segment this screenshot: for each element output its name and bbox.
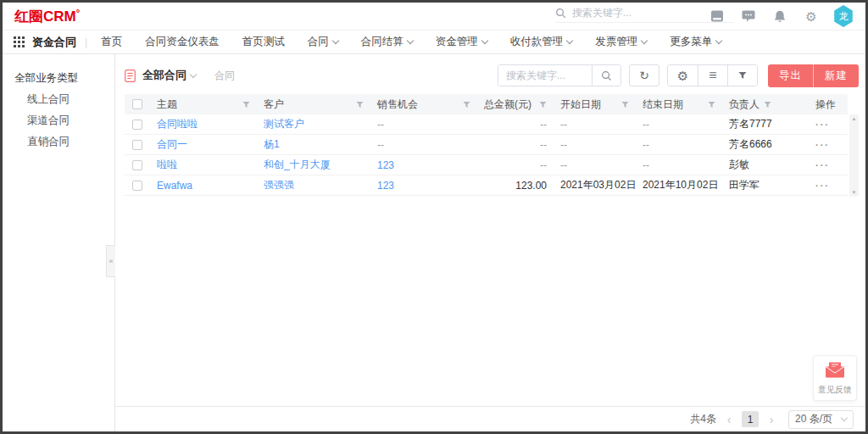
view-selector[interactable]: 全部合同 [142, 68, 196, 83]
workspace-title[interactable]: 资金合同 [32, 35, 76, 50]
end-date-cell: -- [636, 159, 722, 171]
scroll-down-icon[interactable]: ▼ [852, 190, 857, 195]
search-submit-button[interactable] [592, 65, 620, 86]
view-tag: 合同 [214, 69, 235, 83]
start-date-cell: 2021年03月02日 [554, 178, 636, 192]
sidebar-item-all-types[interactable]: 全部业务类型 [3, 68, 114, 89]
nav-item-home-test[interactable]: 首页测试 [242, 35, 285, 49]
opportunity-link[interactable]: 123 [377, 159, 394, 171]
filter-icon[interactable] [356, 101, 364, 108]
select-all-checkbox[interactable] [132, 99, 142, 109]
nav-item-invoices[interactable]: 发票管理 [595, 35, 647, 49]
apps-grid-icon[interactable] [14, 36, 25, 47]
table-header-row: 主题 客户 销售机会 总金额(元) 开始日期 结束日期 负责人 操作 [125, 94, 848, 114]
opportunity-cell: -- [370, 139, 477, 151]
content-area: 全部业务类型 线上合同 渠道合同 直销合同 « 全部合同 合同 ↻ [3, 54, 865, 431]
messages-icon[interactable] [739, 7, 758, 25]
global-search-input[interactable] [572, 7, 708, 19]
sidebar-item-channel-contract[interactable]: 渠道合同 [3, 110, 114, 131]
view-options-group: ⚙ ≡ [667, 64, 758, 86]
row-more-actions-button[interactable]: ··· [815, 181, 830, 191]
settings-gear-icon[interactable]: ⚙ [802, 7, 821, 25]
start-date-cell: -- [554, 119, 636, 131]
table-row[interactable]: Ewafwa 强强强 123 123.00 2021年03月02日 2021年1… [125, 175, 848, 196]
page-size-select[interactable]: 20 条/页 [788, 410, 854, 429]
scroll-up-icon[interactable]: ▲ [852, 116, 857, 121]
app-logo: 红圈CRM° [14, 7, 80, 26]
refresh-button[interactable]: ↻ [629, 64, 659, 86]
col-header-theme: 主题 [157, 97, 177, 112]
create-button[interactable]: 新建 [813, 64, 859, 87]
list-view-button[interactable]: ≡ [698, 65, 727, 86]
current-page[interactable]: 1 [742, 411, 759, 427]
search-icon [555, 8, 566, 19]
column-settings-button[interactable]: ⚙ [668, 65, 698, 86]
contract-doc-icon [125, 70, 136, 82]
global-search [555, 7, 733, 23]
filter-icon[interactable] [621, 101, 629, 108]
table-row[interactable]: 啦啦 和创_十月大厦 123 -- -- -- 彭敏 ··· [125, 155, 848, 175]
contract-link[interactable]: 啦啦 [157, 158, 177, 172]
list-search-input[interactable] [498, 65, 592, 86]
row-checkbox[interactable] [132, 140, 142, 150]
nav-item-dashboard[interactable]: 合同资金仪表盘 [145, 35, 220, 49]
table-row[interactable]: 合同一 杨1 -- -- -- -- 芳名6666 ··· [125, 135, 848, 155]
row-more-actions-button[interactable]: ··· [815, 120, 830, 130]
amount-cell: 123.00 [477, 180, 554, 192]
start-date-cell: -- [554, 159, 636, 171]
contract-link[interactable]: 合同啦啦 [157, 117, 198, 131]
nav-item-payments[interactable]: 收付款管理 [510, 35, 573, 49]
sidebar-item-online-contract[interactable]: 线上合同 [3, 89, 114, 110]
customer-link[interactable]: 杨1 [264, 137, 280, 152]
sidebar-collapse-handle[interactable]: « [106, 245, 115, 277]
pagination-bar: 共4条 ‹ 1 › 20 条/页 [115, 406, 865, 431]
user-avatar[interactable]: 龙 [833, 5, 854, 27]
prev-page-button[interactable]: ‹ [722, 413, 736, 426]
chevron-down-icon [566, 37, 573, 44]
topbar: 红圈CRM° ⚙ 龙 [3, 3, 865, 31]
nav-divider: | [85, 36, 87, 48]
customer-link[interactable]: 和创_十月大厦 [264, 158, 331, 172]
row-checkbox[interactable] [132, 120, 142, 130]
main-nav: 资金合同 | 首页 合同资金仪表盘 首页测试 合同 合同结算 资金管理 收付款管… [3, 31, 865, 54]
amount-cell: -- [477, 159, 554, 171]
feedback-widget[interactable]: 意见反馈 [813, 355, 857, 401]
filter-icon[interactable] [242, 101, 250, 108]
toolbar-actions: ↻ ⚙ ≡ 导出 新建 [498, 64, 859, 87]
nav-item-more-menu[interactable]: 更多菜单 [670, 35, 721, 49]
contract-link[interactable]: 合同一 [157, 137, 187, 152]
table-scrollbar[interactable]: ▲ ▼ [849, 114, 859, 197]
list-search [498, 64, 621, 86]
filter-icon[interactable] [764, 101, 771, 108]
table-row[interactable]: 合同啦啦 测试客户 -- -- -- -- 芳名7777 ··· [125, 114, 848, 135]
chevron-down-icon [841, 415, 848, 421]
customer-link[interactable]: 测试客户 [264, 117, 304, 131]
contract-link[interactable]: Ewafwa [157, 180, 192, 192]
next-page-button[interactable]: › [765, 413, 778, 426]
nav-item-home[interactable]: 首页 [101, 35, 122, 49]
end-date-cell: -- [636, 139, 722, 151]
start-date-cell: -- [554, 139, 636, 151]
filter-icon[interactable] [463, 101, 470, 108]
export-button[interactable]: 导出 [768, 64, 813, 87]
opportunity-link[interactable]: 123 [377, 180, 394, 192]
col-header-start-date: 开始日期 [560, 97, 601, 112]
bell-icon[interactable] [771, 7, 789, 25]
nav-item-funds[interactable]: 资金管理 [436, 35, 487, 49]
sidebar-item-direct-contract[interactable]: 直销合同 [3, 131, 114, 153]
main-panel: 全部合同 合同 ↻ ⚙ ≡ 导出 新建 [115, 54, 865, 431]
nav-item-contract-settle[interactable]: 合同结算 [361, 35, 413, 49]
filter-icon[interactable] [708, 101, 715, 108]
row-more-actions-button[interactable]: ··· [815, 160, 830, 170]
col-header-owner: 负责人 [729, 97, 760, 112]
end-date-cell: -- [636, 119, 722, 131]
nav-item-contract[interactable]: 合同 [308, 35, 338, 49]
row-checkbox[interactable] [132, 160, 142, 170]
col-header-opportunity: 销售机会 [377, 97, 418, 112]
opportunity-cell: -- [370, 119, 477, 131]
row-more-actions-button[interactable]: ··· [815, 140, 830, 150]
row-checkbox[interactable] [132, 181, 142, 191]
filter-button[interactable] [727, 65, 757, 86]
customer-link[interactable]: 强强强 [264, 178, 294, 192]
filter-icon[interactable] [539, 101, 547, 108]
